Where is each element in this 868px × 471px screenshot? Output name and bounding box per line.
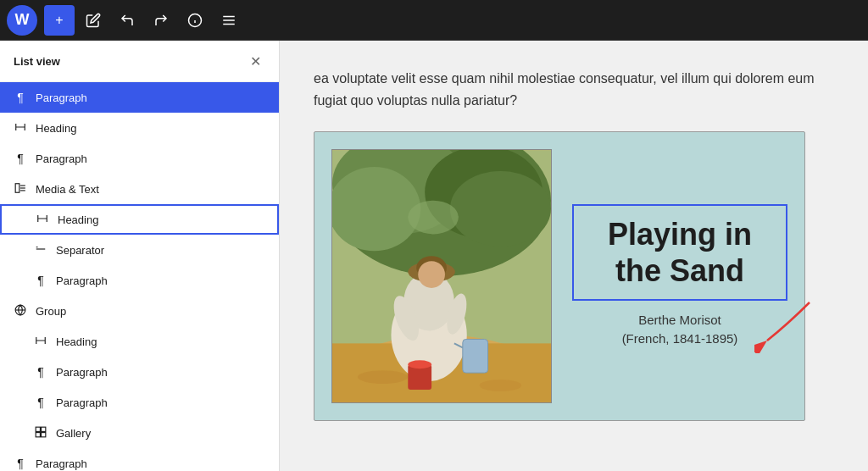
list-item-label: Heading bbox=[58, 213, 264, 226]
info-button[interactable] bbox=[180, 5, 210, 36]
list-item-label: Paragraph bbox=[36, 91, 265, 104]
list-item-label: Separator bbox=[56, 244, 265, 257]
list-item-heading-3[interactable]: Heading bbox=[0, 326, 279, 357]
list-item-label: Heading bbox=[56, 335, 265, 348]
svg-rect-17 bbox=[36, 432, 40, 436]
list-item-label: Paragraph bbox=[56, 396, 265, 409]
sidebar-header: List view ✕ bbox=[0, 41, 279, 82]
edit-button[interactable] bbox=[78, 5, 108, 36]
paragraph-icon: ¶ bbox=[34, 396, 47, 409]
main-layout: List view ✕ ¶ Paragraph Heading ¶ Paragr… bbox=[0, 41, 868, 471]
sidebar-close-button[interactable]: ✕ bbox=[245, 51, 265, 71]
list-view-toggle[interactable] bbox=[214, 5, 244, 36]
painting-image bbox=[331, 149, 552, 403]
list-item-gallery[interactable]: Gallery bbox=[0, 418, 279, 448]
group-icon bbox=[14, 304, 27, 319]
list-item-paragraph-5[interactable]: ¶ Paragraph bbox=[0, 387, 279, 418]
list-item-label: Gallery bbox=[56, 427, 265, 440]
content-area: ea voluptate velit esse quam nihil moles… bbox=[280, 41, 868, 471]
paragraph-icon: ¶ bbox=[34, 365, 47, 379]
list-item-paragraph-1[interactable]: ¶ Paragraph bbox=[0, 82, 279, 113]
paragraph-icon: ¶ bbox=[34, 274, 47, 287]
list-item-separator[interactable]: Separator bbox=[0, 235, 279, 265]
svg-rect-18 bbox=[42, 432, 46, 436]
list-item-label: Paragraph bbox=[56, 274, 265, 287]
caption-line2: (French, 1841-1895) bbox=[622, 330, 738, 349]
sidebar: List view ✕ ¶ Paragraph Heading ¶ Paragr… bbox=[0, 41, 280, 471]
list-item-label: Media & Text bbox=[36, 183, 265, 196]
svg-point-24 bbox=[450, 171, 551, 247]
svg-point-40 bbox=[480, 380, 522, 391]
list-item-label: Paragraph bbox=[36, 152, 265, 165]
list-item-heading-1[interactable]: Heading bbox=[0, 113, 279, 143]
gallery-icon bbox=[34, 426, 47, 441]
svg-rect-16 bbox=[42, 427, 46, 431]
media-text-icon bbox=[14, 182, 27, 197]
list-item-paragraph-4[interactable]: ¶ Paragraph bbox=[0, 357, 279, 387]
svg-point-23 bbox=[332, 167, 420, 251]
redo-button[interactable] bbox=[146, 5, 176, 36]
separator-icon bbox=[34, 243, 47, 258]
list-item-paragraph-3[interactable]: ¶ Paragraph bbox=[0, 265, 279, 296]
heading-icon bbox=[34, 335, 47, 349]
list-item-label: Paragraph bbox=[56, 366, 265, 379]
list-item-group[interactable]: Group bbox=[0, 296, 279, 326]
caption-line1: Berthe Morisot bbox=[622, 311, 738, 330]
list-item-paragraph-2[interactable]: ¶ Paragraph bbox=[0, 143, 279, 174]
svg-point-32 bbox=[418, 261, 445, 288]
heading-icon bbox=[36, 213, 49, 227]
media-card-wrapper: Playing in the Sand Berthe Morisot (Fren… bbox=[314, 131, 805, 421]
list-item-heading-2[interactable]: Heading bbox=[0, 204, 279, 235]
paragraph-icon: ¶ bbox=[14, 91, 27, 104]
list-item-label: Paragraph bbox=[36, 457, 265, 470]
list-item-media-text[interactable]: Media & Text bbox=[0, 174, 279, 204]
arrow-heading-indicator bbox=[754, 294, 814, 353]
svg-rect-35 bbox=[463, 340, 488, 374]
paragraph-icon: ¶ bbox=[14, 152, 27, 165]
svg-point-38 bbox=[408, 360, 431, 368]
media-caption: Berthe Morisot (French, 1841-1895) bbox=[622, 311, 738, 349]
svg-point-39 bbox=[358, 370, 409, 384]
undo-button[interactable] bbox=[112, 5, 142, 36]
toolbar: W + bbox=[0, 0, 868, 41]
paragraph-icon: ¶ bbox=[14, 457, 27, 470]
svg-rect-6 bbox=[15, 183, 19, 192]
intro-paragraph: ea voluptate velit esse quam nihil moles… bbox=[314, 68, 822, 111]
svg-rect-15 bbox=[36, 427, 40, 431]
media-heading[interactable]: Playing in the Sand bbox=[572, 204, 787, 301]
list-item-label: Group bbox=[36, 305, 265, 318]
svg-point-25 bbox=[408, 201, 459, 235]
media-card: Playing in the Sand Berthe Morisot (Fren… bbox=[314, 131, 805, 421]
wp-logo[interactable]: W bbox=[7, 5, 37, 36]
add-button[interactable]: + bbox=[44, 5, 75, 36]
heading-icon bbox=[14, 121, 27, 136]
list-item-label: Heading bbox=[36, 122, 265, 135]
sidebar-title: List view bbox=[14, 55, 60, 68]
list-item-paragraph-6[interactable]: ¶ Paragraph bbox=[0, 448, 279, 471]
